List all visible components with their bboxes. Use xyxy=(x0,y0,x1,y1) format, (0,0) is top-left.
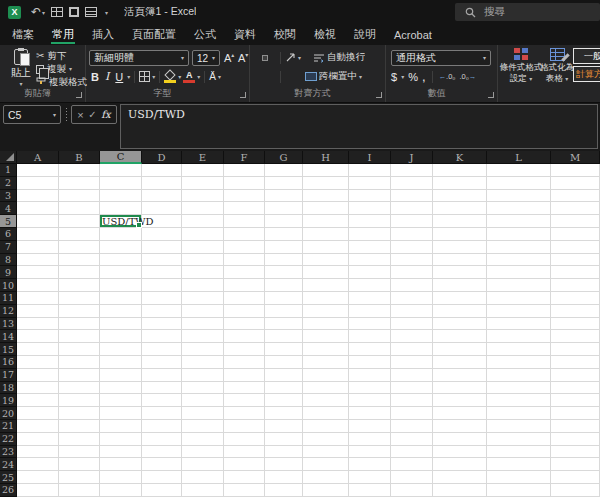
enter-icon[interactable]: ✓ xyxy=(88,109,96,120)
cell-G25[interactable] xyxy=(265,471,303,484)
tab-頁面配置[interactable]: 頁面配置 xyxy=(123,24,185,45)
align-left-button[interactable] xyxy=(254,74,260,80)
cell-I18[interactable] xyxy=(349,382,391,395)
cell-J18[interactable] xyxy=(391,382,433,395)
cell-G13[interactable] xyxy=(265,318,303,331)
cell-B14[interactable] xyxy=(59,330,100,343)
cell-B23[interactable] xyxy=(59,446,100,459)
cell-J9[interactable] xyxy=(391,266,433,279)
cell-K5[interactable] xyxy=(433,215,487,228)
cell-L15[interactable] xyxy=(487,343,551,356)
cancel-icon[interactable]: × xyxy=(77,109,83,121)
cell-H1[interactable] xyxy=(303,164,349,177)
cell-C18[interactable] xyxy=(100,382,142,395)
cell-C23[interactable] xyxy=(100,446,142,459)
cell-I3[interactable] xyxy=(349,190,391,203)
cell-I23[interactable] xyxy=(349,446,391,459)
align-center-button[interactable] xyxy=(262,74,268,80)
cell-A12[interactable] xyxy=(17,305,59,318)
tab-插入[interactable]: 插入 xyxy=(83,24,123,45)
cell-G18[interactable] xyxy=(265,382,303,395)
cell-J1[interactable] xyxy=(391,164,433,177)
cell-E16[interactable] xyxy=(182,356,224,369)
cell-F6[interactable] xyxy=(224,228,265,241)
chevron-down-icon[interactable]: ▾ xyxy=(127,74,130,80)
cell-K21[interactable] xyxy=(433,420,487,433)
cell-J17[interactable] xyxy=(391,369,433,382)
column-header-E[interactable]: E xyxy=(182,151,224,164)
cell-G19[interactable] xyxy=(265,394,303,407)
cell-I5[interactable] xyxy=(349,215,391,228)
increase-indent-button[interactable] xyxy=(293,74,299,80)
cell-I12[interactable] xyxy=(349,305,391,318)
cell-G24[interactable] xyxy=(265,458,303,471)
cell-H23[interactable] xyxy=(303,446,349,459)
tab-檔案[interactable]: 檔案 xyxy=(3,24,43,45)
cell-A5[interactable] xyxy=(17,215,59,228)
cell-B22[interactable] xyxy=(59,433,100,446)
cell-M1[interactable] xyxy=(551,164,600,177)
decrease-indent-button[interactable] xyxy=(285,74,291,80)
cell-M19[interactable] xyxy=(551,394,600,407)
cell-G20[interactable] xyxy=(265,407,303,420)
cell-J11[interactable] xyxy=(391,292,433,305)
cell-G1[interactable] xyxy=(265,164,303,177)
cell-E8[interactable] xyxy=(182,254,224,267)
cell-K17[interactable] xyxy=(433,369,487,382)
chevron-down-icon[interactable]: ▾ xyxy=(218,74,221,80)
cell-J8[interactable] xyxy=(391,254,433,267)
column-header-H[interactable]: H xyxy=(303,151,349,164)
underline-button[interactable]: U xyxy=(113,71,125,83)
increase-decimal-button[interactable]: ←.0₀ xyxy=(439,72,456,81)
cell-D14[interactable] xyxy=(142,330,182,343)
cell-A9[interactable] xyxy=(17,266,59,279)
cell-L25[interactable] xyxy=(487,471,551,484)
cell-A7[interactable] xyxy=(17,241,59,254)
cell-I11[interactable] xyxy=(349,292,391,305)
cell-J4[interactable] xyxy=(391,202,433,215)
cell-H12[interactable] xyxy=(303,305,349,318)
cell-E25[interactable] xyxy=(182,471,224,484)
cell-M22[interactable] xyxy=(551,433,600,446)
cell-B6[interactable] xyxy=(59,228,100,241)
cell-I7[interactable] xyxy=(349,241,391,254)
align-middle-button[interactable] xyxy=(262,55,268,61)
cell-K12[interactable] xyxy=(433,305,487,318)
cell-J21[interactable] xyxy=(391,420,433,433)
cell-G2[interactable] xyxy=(265,177,303,190)
select-all-button[interactable] xyxy=(0,151,17,163)
cell-H2[interactable] xyxy=(303,177,349,190)
cell-J7[interactable] xyxy=(391,241,433,254)
cell-E23[interactable] xyxy=(182,446,224,459)
cell-A1[interactable] xyxy=(17,164,59,177)
cell-A17[interactable] xyxy=(17,369,59,382)
row-header-8[interactable]: 8 xyxy=(0,254,17,267)
cell-A20[interactable] xyxy=(17,407,59,420)
tab-檢視[interactable]: 檢視 xyxy=(305,24,345,45)
cell-A16[interactable] xyxy=(17,356,59,369)
row-header-4[interactable]: 4 xyxy=(0,202,17,215)
cell-H8[interactable] xyxy=(303,254,349,267)
cell-I10[interactable] xyxy=(349,279,391,292)
cell-G26[interactable] xyxy=(265,484,303,497)
cell-L6[interactable] xyxy=(487,228,551,241)
cell-D12[interactable] xyxy=(142,305,182,318)
cell-L12[interactable] xyxy=(487,305,551,318)
cell-K15[interactable] xyxy=(433,343,487,356)
cell-J20[interactable] xyxy=(391,407,433,420)
cell-G3[interactable] xyxy=(265,190,303,203)
cell-E10[interactable] xyxy=(182,279,224,292)
cell-I9[interactable] xyxy=(349,266,391,279)
cell-E2[interactable] xyxy=(182,177,224,190)
row-header-26[interactable]: 26 xyxy=(0,484,17,497)
cell-B12[interactable] xyxy=(59,305,100,318)
fill-color-icon[interactable] xyxy=(164,71,176,83)
cell-L23[interactable] xyxy=(487,446,551,459)
cell-L24[interactable] xyxy=(487,458,551,471)
cell-H16[interactable] xyxy=(303,356,349,369)
number-dialog-launcher-icon[interactable] xyxy=(488,92,494,98)
cell-B4[interactable] xyxy=(59,202,100,215)
cell-J25[interactable] xyxy=(391,471,433,484)
cell-E26[interactable] xyxy=(182,484,224,497)
clipboard-dialog-launcher-icon[interactable] xyxy=(76,92,82,98)
